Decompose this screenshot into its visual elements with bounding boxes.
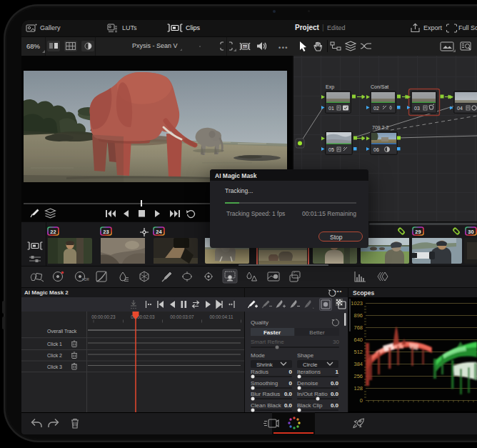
svg-text:03: 03 (414, 106, 420, 111)
svg-text:Click 3: Click 3 (47, 364, 62, 369)
svg-text:0: 0 (289, 380, 293, 387)
svg-text:384: 384 (353, 361, 363, 367)
svg-text:Click 2: Click 2 (47, 353, 62, 358)
svg-text:Quality: Quality (251, 319, 268, 326)
svg-text:23: 23 (103, 229, 109, 235)
svg-text:0.0: 0.0 (284, 391, 293, 397)
svg-text:02: 02 (373, 106, 379, 111)
svg-text:Clean Black: Clean Black (251, 402, 282, 409)
svg-text:1023: 1023 (351, 300, 363, 307)
svg-text:256: 256 (353, 373, 363, 379)
svg-text:0.0: 0.0 (284, 402, 293, 409)
svg-text:0: 0 (289, 369, 293, 375)
svg-text:Exp: Exp (326, 84, 334, 90)
svg-text:HQ: HQ (243, 45, 247, 49)
svg-text:512: 512 (353, 349, 363, 355)
svg-text:29: 29 (415, 229, 421, 235)
svg-text:30: 30 (468, 229, 473, 235)
svg-text:Denoise: Denoise (297, 380, 318, 387)
svg-text:06: 06 (373, 147, 379, 152)
svg-text:Shape: Shape (297, 352, 314, 359)
svg-text:Faster: Faster (263, 329, 281, 336)
svg-text:Blur Radius: Blur Radius (251, 391, 280, 397)
svg-text:0.0: 0.0 (331, 391, 339, 397)
svg-text:05: 05 (328, 147, 334, 152)
svg-text:Radius: Radius (251, 369, 268, 375)
svg-text:128: 128 (353, 385, 363, 392)
svg-text:640: 640 (353, 337, 363, 343)
svg-text:Click 1: Click 1 (47, 342, 62, 347)
svg-text:22: 22 (50, 229, 56, 235)
svg-text:Smoothing: Smoothing (251, 380, 278, 387)
svg-text:Mode: Mode (251, 352, 266, 359)
svg-text:709 2.2: 709 2.2 (372, 125, 388, 130)
svg-text:04: 04 (457, 106, 463, 111)
svg-text:01: 01 (328, 106, 334, 111)
svg-text:1: 1 (336, 369, 339, 375)
svg-text:24: 24 (156, 229, 162, 235)
svg-text:00:00:03:07: 00:00:03:07 (170, 314, 194, 319)
svg-text:00:00:04:11: 00:00:04:11 (210, 314, 234, 319)
svg-text:Overall Track: Overall Track (47, 329, 77, 334)
svg-text:HDR: HDR (82, 278, 89, 282)
svg-text:In/Out Ratio: In/Out Ratio (297, 391, 328, 397)
svg-text:896: 896 (353, 312, 363, 319)
svg-text:0.0: 0.0 (331, 402, 339, 409)
svg-text:Iterations: Iterations (297, 369, 321, 375)
svg-text:0: 0 (360, 397, 363, 404)
svg-text:Smart Refine: Smart Refine (251, 339, 284, 345)
svg-text:30: 30 (333, 339, 339, 345)
svg-text:Circle: Circle (303, 362, 318, 368)
svg-text:Better: Better (309, 329, 325, 336)
svg-text:Shrink: Shrink (256, 362, 273, 368)
svg-text:00:00:00:23: 00:00:00:23 (91, 314, 116, 319)
svg-text:Black Clip: Black Clip (297, 402, 323, 409)
svg-text:Con/Sat: Con/Sat (371, 84, 388, 89)
svg-text:0.0: 0.0 (331, 380, 339, 387)
svg-text:768: 768 (353, 324, 363, 331)
